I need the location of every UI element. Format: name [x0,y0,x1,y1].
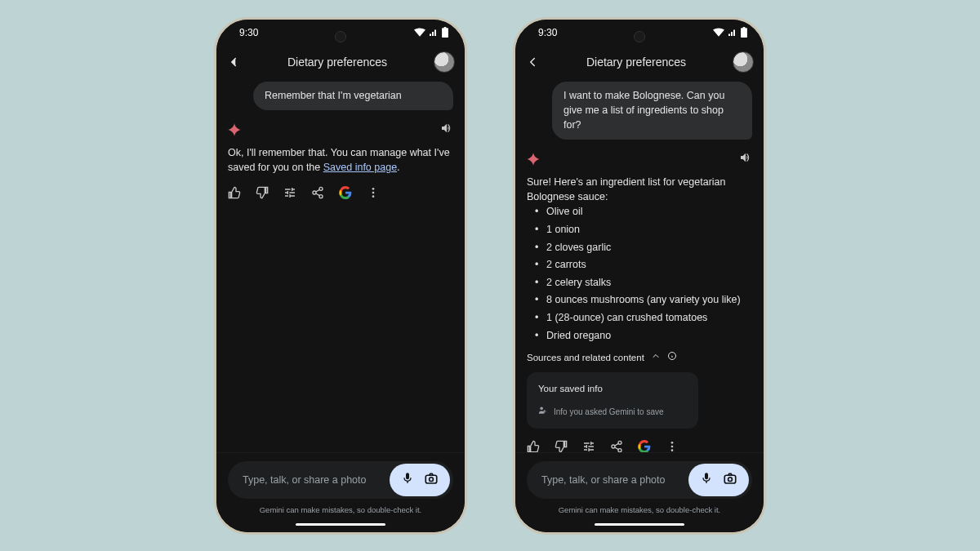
sources-label: Sources and related content [527,351,644,365]
cell-signal-icon [728,28,737,37]
message-input[interactable]: Type, talk, or share a photo [228,461,453,499]
user-message: Remember that I'm vegetarian [253,82,453,110]
chat-area: Remember that I'm vegetarian Ok, I'll re… [216,78,465,452]
message-actions [527,437,752,452]
phone-frame-left: 9:30 Dietary preferences Rem [214,17,467,535]
list-item: 2 carrots [535,257,752,272]
svg-point-1 [313,191,316,194]
user-message: I want to make Bolognese. Can you give m… [552,82,752,140]
assistant-text-post: . [397,162,399,173]
message-input[interactable]: Type, talk, or share a photo [527,461,752,499]
svg-point-11 [612,445,615,448]
camera-icon[interactable] [723,471,737,488]
back-button[interactable] [226,55,241,69]
tune-icon[interactable] [582,440,595,452]
list-item: 1 onion [535,222,752,237]
message-actions [228,183,453,202]
svg-point-15 [671,449,674,451]
chat-area: I want to make Bolognese. Can you give m… [515,78,764,452]
thumbs-up-icon[interactable] [228,186,241,199]
speaker-icon[interactable] [739,151,752,168]
svg-point-2 [319,195,323,198]
svg-point-10 [618,441,621,444]
list-item: 2 celery stalks [535,275,752,290]
card-subtitle: Info you asked Gemini to save [554,407,664,419]
thumbs-down-icon[interactable] [256,186,269,199]
status-bar: 9:30 [216,20,465,46]
info-icon [667,351,677,365]
page-title: Dietary preferences [247,56,427,69]
avatar[interactable] [434,51,455,73]
more-icon[interactable] [666,440,679,452]
mic-icon[interactable] [401,472,414,487]
svg-point-17 [728,478,733,482]
share-icon[interactable] [610,440,623,452]
mic-icon[interactable] [700,472,713,487]
person-save-icon [538,406,547,419]
wifi-icon [713,28,724,37]
input-pill [688,464,749,496]
page-title: Dietary preferences [546,56,726,69]
input-area: Type, talk, or share a photo Gemini can … [515,452,764,518]
speaker-icon[interactable] [440,122,453,139]
svg-point-9 [540,407,543,410]
card-title: Your saved info [538,382,687,396]
assistant-message: Sure! Here's an ingredient list for vege… [527,175,752,343]
assistant-intro: Sure! Here's an ingredient list for vege… [527,175,752,204]
list-item: 8 ounces mushrooms (any variety you like… [535,292,752,307]
tune-icon[interactable] [283,186,296,199]
home-indicator [515,518,764,532]
input-pill [390,464,450,496]
page-header: Dietary preferences [216,46,465,78]
battery-icon [442,27,448,38]
ingredient-list: Olive oil 1 onion 2 cloves garlic 2 carr… [527,204,752,343]
saved-info-link[interactable]: Saved info page [323,162,397,173]
back-button[interactable] [525,55,540,69]
thumbs-up-icon[interactable] [527,440,540,452]
svg-point-4 [372,192,375,194]
list-item: Dried oregano [535,328,752,343]
wifi-icon [414,28,425,37]
page-header: Dietary preferences [515,46,764,78]
cell-signal-icon [429,28,439,37]
svg-rect-6 [425,475,437,483]
status-icons [414,27,448,38]
svg-point-5 [372,195,375,198]
assistant-header [228,122,453,139]
camera-icon[interactable] [424,471,439,488]
svg-rect-16 [724,475,736,483]
card-subtitle-row: Info you asked Gemini to save [538,406,687,419]
gemini-spark-icon [228,123,241,136]
saved-info-card[interactable]: Your saved info Info you asked Gemini to… [527,372,698,428]
google-icon[interactable] [638,440,651,452]
svg-point-3 [372,188,375,190]
list-item: 2 cloves garlic [535,240,752,255]
input-area: Type, talk, or share a photo Gemini can … [216,452,465,518]
disclaimer-text: Gemini can make mistakes, so double-chec… [228,505,453,514]
thumbs-down-icon[interactable] [555,440,568,452]
screen: 9:30 Dietary preferences Rem [216,20,465,532]
list-item: 1 (28-ounce) can crushed tomatoes [535,310,752,325]
svg-point-7 [430,478,434,482]
svg-point-0 [319,187,323,190]
svg-point-14 [671,445,674,447]
gemini-spark-icon [527,153,540,166]
share-icon[interactable] [311,186,324,199]
screen: 9:30 Dietary preferences I want to make … [515,20,764,532]
status-time: 9:30 [239,27,258,38]
phone-frame-right: 9:30 Dietary preferences I want to make … [513,17,766,535]
battery-icon [741,27,747,38]
assistant-message: Ok, I'll remember that. You can manage w… [228,145,453,175]
input-placeholder: Type, talk, or share a photo [541,474,688,486]
status-time: 9:30 [538,27,557,38]
svg-point-13 [671,442,674,444]
input-placeholder: Type, talk, or share a photo [243,474,390,486]
status-bar: 9:30 [515,20,764,46]
list-item: Olive oil [535,204,752,219]
avatar[interactable] [733,51,754,73]
status-icons [713,27,747,38]
google-icon[interactable] [339,186,352,199]
sources-toggle[interactable]: Sources and related content [527,351,752,365]
more-icon[interactable] [367,186,380,199]
home-indicator [216,518,465,532]
